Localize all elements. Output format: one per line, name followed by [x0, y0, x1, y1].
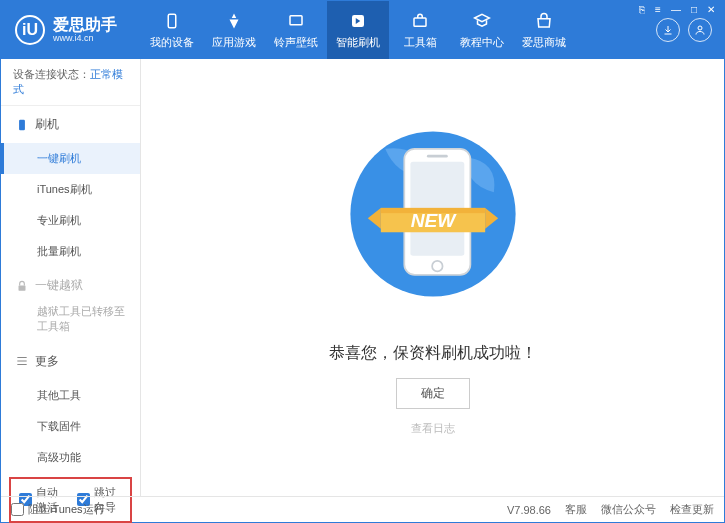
- sidebar-item-itunes[interactable]: iTunes刷机: [1, 174, 140, 205]
- nav-ringtones[interactable]: 铃声壁纸: [265, 1, 327, 59]
- update-link[interactable]: 检查更新: [670, 502, 714, 517]
- menu-icon: [15, 354, 29, 368]
- close-icon[interactable]: ✕: [703, 2, 719, 17]
- toolbox-icon: [410, 11, 430, 31]
- app-url: www.i4.cn: [53, 33, 117, 43]
- nav: 我的设备 应用游戏 铃声壁纸 智能刷机 工具箱 教程中心 爱思商城: [141, 1, 656, 59]
- jailbreak-note: 越狱工具已转移至工具箱: [1, 304, 140, 343]
- sidebar-title: 更多: [35, 353, 59, 370]
- nav-label: 我的设备: [150, 35, 194, 50]
- version-label: V7.98.66: [507, 504, 551, 516]
- nav-label: 智能刷机: [336, 35, 380, 50]
- sidebar-flash-header[interactable]: 刷机: [1, 106, 140, 143]
- new-banner-text: NEW: [410, 210, 457, 231]
- nav-label: 铃声壁纸: [274, 35, 318, 50]
- phone-icon: [15, 118, 29, 132]
- svg-rect-12: [426, 155, 447, 158]
- flash-icon: [348, 11, 368, 31]
- sidebar-title: 一键越狱: [35, 277, 83, 294]
- apps-icon: [224, 11, 244, 31]
- nav-label: 工具箱: [404, 35, 437, 50]
- nav-tutorials[interactable]: 教程中心: [451, 1, 513, 59]
- sidebar-jailbreak-header: 一键越狱: [1, 267, 140, 304]
- minimize-icon[interactable]: —: [667, 2, 685, 17]
- svg-rect-6: [19, 285, 26, 290]
- sidebar-title: 刷机: [35, 116, 59, 133]
- svg-point-4: [698, 26, 702, 30]
- lock-icon: [15, 279, 29, 293]
- sidebar-item-advanced[interactable]: 高级功能: [1, 442, 140, 473]
- nav-label: 爱思商城: [522, 35, 566, 50]
- sidebar-item-other[interactable]: 其他工具: [1, 380, 140, 411]
- sidebar-item-pro[interactable]: 专业刷机: [1, 205, 140, 236]
- nav-flash[interactable]: 智能刷机: [327, 1, 389, 59]
- view-log-link[interactable]: 查看日志: [411, 421, 455, 436]
- sidebar-more-header[interactable]: 更多: [1, 343, 140, 380]
- sidebar-item-firmware[interactable]: 下载固件: [1, 411, 140, 442]
- success-illustration: NEW: [333, 99, 533, 329]
- svg-rect-1: [290, 15, 302, 24]
- sidebar-item-batch[interactable]: 批量刷机: [1, 236, 140, 267]
- logo-icon: iU: [15, 15, 45, 45]
- tutorial-icon: [472, 11, 492, 31]
- footer: 阻止iTunes运行 V7.98.66 客服 微信公众号 检查更新: [1, 496, 724, 522]
- nav-store[interactable]: 爱思商城: [513, 1, 575, 59]
- connection-status: 设备连接状态：正常模式: [1, 59, 140, 106]
- sidebar: 设备连接状态：正常模式 刷机 一键刷机 iTunes刷机 专业刷机 批量刷机 一…: [1, 59, 141, 496]
- nav-label: 应用游戏: [212, 35, 256, 50]
- status-label: 设备连接状态：: [13, 68, 90, 80]
- success-message: 恭喜您，保资料刷机成功啦！: [329, 343, 537, 364]
- skin-icon[interactable]: ⎘: [635, 2, 649, 17]
- titlebar: iU 爱思助手 www.i4.cn 我的设备 应用游戏 铃声壁纸 智能刷机 工具…: [1, 1, 724, 59]
- user-button[interactable]: [688, 18, 712, 42]
- block-itunes-checkbox[interactable]: 阻止iTunes运行: [11, 502, 105, 517]
- checkbox-label: 阻止iTunes运行: [28, 502, 105, 517]
- nav-apps[interactable]: 应用游戏: [203, 1, 265, 59]
- support-link[interactable]: 客服: [565, 502, 587, 517]
- maximize-icon[interactable]: □: [687, 2, 701, 17]
- menu-icon[interactable]: ≡: [651, 2, 665, 17]
- app-name: 爱思助手: [53, 17, 117, 33]
- store-icon: [534, 11, 554, 31]
- wallpaper-icon: [286, 11, 306, 31]
- nav-my-device[interactable]: 我的设备: [141, 1, 203, 59]
- logo: iU 爱思助手 www.i4.cn: [1, 15, 141, 45]
- nav-label: 教程中心: [460, 35, 504, 50]
- ok-button[interactable]: 确定: [396, 378, 470, 409]
- sidebar-item-oneclick[interactable]: 一键刷机: [1, 143, 140, 174]
- svg-rect-3: [414, 18, 426, 26]
- svg-rect-5: [19, 119, 25, 130]
- wechat-link[interactable]: 微信公众号: [601, 502, 656, 517]
- download-button[interactable]: [656, 18, 680, 42]
- main: NEW 恭喜您，保资料刷机成功啦！ 确定 查看日志: [141, 59, 724, 496]
- device-icon: [162, 11, 182, 31]
- nav-toolbox[interactable]: 工具箱: [389, 1, 451, 59]
- svg-rect-0: [168, 14, 176, 28]
